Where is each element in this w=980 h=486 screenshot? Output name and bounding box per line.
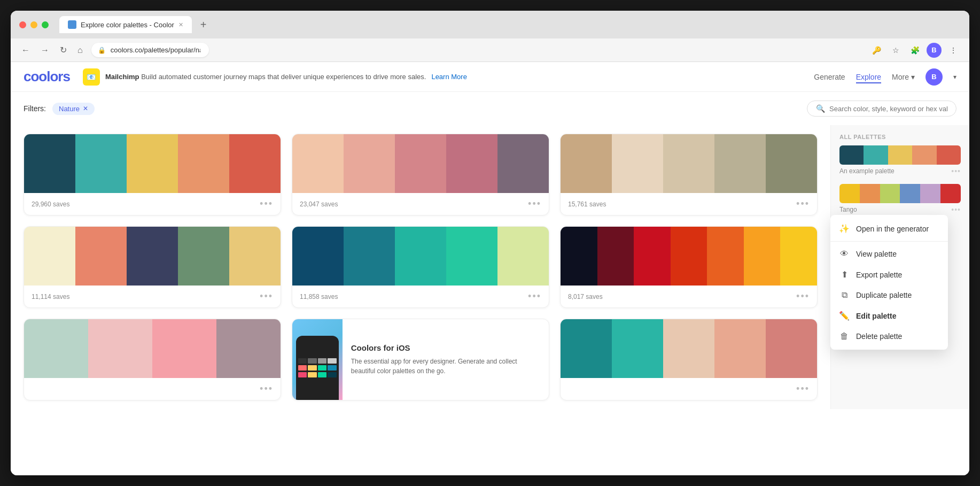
forward-button[interactable]: → — [38, 43, 51, 57]
sidebar-color-swatch — [860, 184, 880, 203]
color-swatch — [671, 227, 707, 286]
color-swatch — [714, 319, 766, 378]
dropdown-item-copy[interactable]: ⧉ Duplicate palette — [830, 285, 948, 305]
palette-more-button[interactable]: ••• — [260, 198, 273, 210]
dropdown-item-share[interactable]: ⬆ Export palette — [830, 264, 948, 285]
color-swatch — [75, 134, 127, 193]
dropdown-item-label: Edit palette — [856, 312, 896, 320]
new-tab-button[interactable]: + — [200, 19, 207, 31]
palette-swatches — [24, 134, 281, 193]
app-content: coolors 📧 Mailchimp Build automated cust… — [11, 62, 969, 475]
palette-swatches — [561, 134, 817, 193]
dropdown-item-trash[interactable]: 🗑 Delete palette — [830, 326, 948, 346]
color-swatch — [229, 227, 281, 286]
sidebar-color-swatch — [880, 184, 900, 203]
sidebar-color-swatch — [888, 145, 912, 165]
color-swatch — [561, 319, 612, 378]
nav-explore[interactable]: Explore — [856, 71, 881, 83]
filters-bar: Filters: Nature ✕ 🔍 — [11, 92, 969, 125]
palette-swatches — [292, 134, 549, 193]
key-icon[interactable]: 🔑 — [869, 43, 884, 58]
color-swatch — [229, 134, 281, 193]
sidebar-color-swatch — [920, 184, 940, 203]
color-swatch — [561, 134, 612, 193]
color-swatch — [216, 319, 281, 378]
color-swatch — [88, 319, 152, 378]
sidebar-palette-more-button[interactable]: ••• — [951, 205, 961, 214]
palette-footer: 15,761 saves ••• — [561, 193, 817, 215]
home-button[interactable]: ⌂ — [75, 43, 85, 57]
bookmark-icon[interactable]: ☆ — [888, 43, 903, 58]
ios-promo-card: Coolors for iOS The essential app for ev… — [292, 319, 549, 400]
color-swatch — [24, 319, 88, 378]
dropdown-item-label: Open in the generator — [856, 225, 929, 233]
sidebar-color-swatch — [940, 184, 961, 203]
ios-promo-image — [292, 319, 343, 400]
sidebar-palette-name: An example palette — [839, 167, 895, 175]
refresh-button[interactable]: ↻ — [58, 43, 69, 57]
color-swatch — [744, 227, 781, 286]
address-container: 🔒 — [91, 43, 862, 57]
traffic-light-close[interactable] — [19, 21, 26, 28]
color-swatch — [292, 227, 344, 286]
palette-footer: ••• — [561, 378, 817, 400]
palette-more-button[interactable]: ••• — [528, 291, 541, 302]
ios-app-description: The essential app for every designer. Ge… — [351, 357, 540, 376]
dropdown-share-icon: ⬆ — [839, 269, 850, 280]
sidebar-color-swatch — [900, 184, 920, 203]
browser-tab[interactable]: Explore color palettes - Coolor ✕ — [59, 16, 192, 33]
color-swatch — [395, 134, 446, 193]
tab-favicon — [68, 20, 76, 29]
dropdown-item-edit[interactable]: ✏️ Edit palette — [830, 305, 948, 326]
app-logo[interactable]: coolors — [24, 68, 70, 85]
ad-learn-more-link[interactable]: Learn More — [431, 73, 466, 81]
dropdown-item-eye[interactable]: 👁 View palette — [830, 244, 948, 264]
traffic-light-maximize[interactable] — [42, 21, 49, 28]
palette-swatches — [561, 319, 817, 378]
color-swatch — [178, 227, 229, 286]
search-input[interactable] — [829, 105, 947, 113]
browser-profile-avatar[interactable]: B — [927, 43, 942, 58]
palettes-grid: 29,960 saves ••• 23,047 saves ••• 15,761… — [11, 125, 830, 409]
user-chevron-icon[interactable]: ▾ — [953, 73, 956, 81]
color-swatch — [178, 134, 229, 193]
color-swatch — [127, 227, 178, 286]
ios-promo-text: Coolors for iOS The essential app for ev… — [343, 319, 549, 400]
palette-footer: 11,114 saves ••• — [24, 286, 281, 307]
color-swatch — [766, 319, 817, 378]
palette-more-button[interactable]: ••• — [260, 383, 273, 395]
main-layout: 29,960 saves ••• 23,047 saves ••• 15,761… — [11, 125, 969, 409]
color-swatch — [446, 227, 497, 286]
color-swatch — [152, 319, 216, 378]
palette-swatches — [24, 319, 281, 378]
nav-generate[interactable]: Generate — [814, 71, 845, 83]
browser-menu-icon[interactable]: ⋮ — [946, 43, 961, 58]
palette-footer: 11,858 saves ••• — [292, 286, 549, 307]
nav-more-button[interactable]: More ▾ — [892, 73, 915, 81]
dropdown-menu: ✨ Open in the generator 👁 View palette ⬆… — [830, 215, 948, 350]
color-swatch — [766, 134, 817, 193]
color-swatch — [497, 227, 549, 286]
dropdown-eye-icon: 👁 — [839, 249, 850, 259]
palette-more-button[interactable]: ••• — [260, 291, 273, 302]
color-swatch — [714, 134, 766, 193]
dropdown-item-wand[interactable]: ✨ Open in the generator — [830, 218, 948, 239]
palette-more-button[interactable]: ••• — [796, 383, 810, 395]
extensions-icon[interactable]: 🧩 — [907, 43, 922, 58]
palette-card: 23,047 saves ••• — [292, 134, 549, 215]
color-swatch — [561, 227, 597, 286]
nature-filter-tag[interactable]: Nature ✕ — [52, 103, 95, 115]
traffic-light-minimize[interactable] — [30, 21, 37, 28]
tab-close-button[interactable]: ✕ — [178, 21, 183, 28]
user-avatar-button[interactable]: B — [925, 68, 943, 86]
color-swatch — [292, 134, 344, 193]
sidebar-palette-more-button[interactable]: ••• — [951, 167, 961, 175]
palette-more-button[interactable]: ••• — [528, 198, 541, 210]
address-bar[interactable] — [91, 43, 209, 57]
sidebar-palette-footer: Tango ••• — [839, 205, 961, 214]
header-nav: Generate Explore More ▾ B ▾ — [814, 68, 956, 86]
palette-more-button[interactable]: ••• — [796, 291, 810, 302]
filter-tag-close-icon[interactable]: ✕ — [83, 105, 88, 112]
palette-more-button[interactable]: ••• — [796, 198, 810, 210]
back-button[interactable]: ← — [19, 43, 32, 57]
